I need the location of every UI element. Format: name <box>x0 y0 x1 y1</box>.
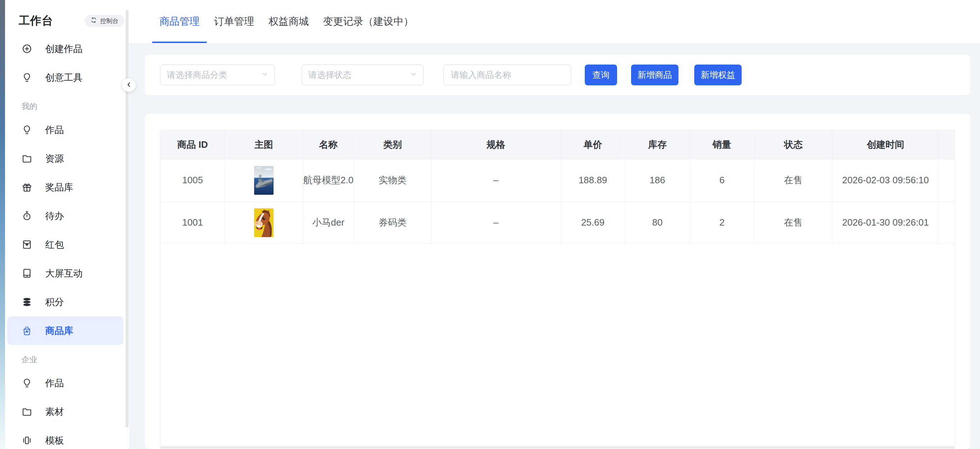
table-header-cell: 商品 ID <box>161 130 225 159</box>
add-benefit-button[interactable]: 新增权益 <box>694 65 741 86</box>
sidebar-item[interactable]: 素材 <box>7 397 124 426</box>
status-select-placeholder: 请选择状态 <box>309 69 410 81</box>
sidebar-item[interactable]: 大屏互动 <box>7 259 124 288</box>
table-row: 1005 航母模型2.0实物类–188.891866在售2026-02-03 0… <box>161 159 955 201</box>
folder-icon <box>22 153 32 164</box>
table-cell-price: 188.89 <box>561 159 625 201</box>
app-root: 工作台 控制台 创建作品创意工具我的作品资源奖品库待办红包大屏互动积分商品库企业… <box>0 0 980 449</box>
product-name-input-wrap <box>443 65 571 86</box>
table-cell-spec: – <box>431 159 561 201</box>
table-cell-status: 在售 <box>754 159 833 201</box>
table-cell-category: 券码类 <box>354 201 431 243</box>
sidebar: 工作台 控制台 创建作品创意工具我的作品资源奖品库待办红包大屏互动积分商品库企业… <box>5 0 129 449</box>
refresh-icon <box>91 17 97 25</box>
sidebar-item[interactable]: 创建作品 <box>7 35 124 63</box>
top-tabs: 商品管理订单管理权益商城变更记录（建设中） <box>129 0 980 43</box>
sidebar-item[interactable]: 积分 <box>7 288 124 316</box>
table-cell-stock: 186 <box>625 159 690 201</box>
status-select[interactable]: 请选择状态 <box>302 65 423 86</box>
table-header-cell: 名称 <box>303 130 354 159</box>
tab[interactable]: 订单管理 <box>207 0 261 43</box>
table-cell-stock: 80 <box>625 201 690 243</box>
console-switch-badge[interactable]: 控制台 <box>85 15 124 27</box>
products-table: 商品 ID主图名称类别规格单价库存销量状态创建时间1005 航母模型2.0实物类… <box>160 130 955 446</box>
table-cell-name: 小马der <box>303 201 354 243</box>
tab[interactable]: 变更记录（建设中） <box>316 0 421 43</box>
table-empty-area <box>161 244 955 446</box>
product-image-cell <box>225 201 303 243</box>
sidebar-item-label: 创建作品 <box>45 43 83 55</box>
table-header-cell: 库存 <box>625 130 690 159</box>
chevron-down-icon <box>410 70 417 79</box>
sidebar-section-label: 我的 <box>5 92 129 116</box>
sidebar-item-label: 资源 <box>45 152 64 165</box>
table-header-cell: 销量 <box>690 130 754 159</box>
sidebar-item-label: 商品库 <box>45 325 73 337</box>
stopwatch-icon <box>22 211 32 221</box>
sidebar-header: 工作台 控制台 <box>5 12 129 29</box>
ship-photo <box>254 166 274 195</box>
sidebar-item-label: 素材 <box>45 406 64 418</box>
sidebar-item-label: 积分 <box>45 296 64 308</box>
table-horizontal-scrollbar[interactable] <box>160 446 955 449</box>
sidebar-item-label: 奖品库 <box>45 181 73 194</box>
table-cell-id: 1005 <box>161 159 225 201</box>
sidebar-nav: 创建作品创意工具我的作品资源奖品库待办红包大屏互动积分商品库企业作品素材模板 <box>5 35 129 449</box>
tablet-icon <box>22 268 32 279</box>
product-image-cell <box>225 159 303 201</box>
table-cell-category: 实物类 <box>354 159 431 201</box>
table-cell-created: 2026-01-30 09:26:01 <box>832 201 939 243</box>
workspace-title: 工作台 <box>19 13 53 29</box>
sidebar-item-label: 作品 <box>45 124 64 136</box>
search-button[interactable]: 查询 <box>585 65 617 86</box>
sidebar-item[interactable]: 作品 <box>7 116 124 144</box>
main-area: 商品管理订单管理权益商城变更记录（建设中） 请选择商品分类 请选择状态 <box>129 0 980 449</box>
table-cell-status: 在售 <box>754 201 833 243</box>
lightbulb-icon <box>22 72 32 83</box>
sidebar-item-label: 待办 <box>45 210 64 222</box>
folder-icon <box>22 406 32 417</box>
background-gradient-strip <box>0 0 5 449</box>
add-product-button[interactable]: 新增商品 <box>631 65 678 86</box>
sidebar-collapse-button[interactable] <box>122 78 136 92</box>
table-cell-empty <box>939 201 955 243</box>
gift-icon <box>22 182 32 193</box>
category-select-placeholder: 请选择商品分类 <box>167 69 261 81</box>
lightbulb-icon <box>22 124 32 135</box>
sidebar-item[interactable]: 红包 <box>7 230 124 259</box>
tab[interactable]: 商品管理 <box>152 0 207 43</box>
table-header-cell <box>939 130 955 159</box>
shop-bag-icon <box>22 325 32 336</box>
sidebar-item[interactable]: 商品库 <box>7 316 124 345</box>
table-row: 1001 小马der券码类–25.69802在售2026-01-30 09:26… <box>161 201 955 244</box>
chevron-left-icon <box>125 81 132 89</box>
table-cell-created: 2026-02-03 09:56:10 <box>832 159 939 201</box>
sidebar-item[interactable]: 模板 <box>7 426 124 449</box>
sidebar-item[interactable]: 奖品库 <box>7 173 124 201</box>
content-area: 请选择商品分类 请选择状态 查询 新增商品 新增权益 <box>129 43 980 449</box>
table-cell-sales: 2 <box>690 201 754 243</box>
table-cell-empty <box>939 159 955 201</box>
red-envelope-icon <box>22 239 32 250</box>
sidebar-item[interactable]: 作品 <box>7 369 124 397</box>
sidebar-item[interactable]: 创意工具 <box>7 63 124 92</box>
table-cell-name: 航母模型2.0 <box>303 159 354 201</box>
coins-icon <box>22 297 32 307</box>
table-header-cell: 单价 <box>561 130 625 159</box>
product-name-input[interactable] <box>450 70 565 80</box>
table-header-row: 商品 ID主图名称类别规格单价库存销量状态创建时间 <box>161 130 955 159</box>
lightbulb-icon <box>22 378 32 389</box>
horse-cartoon <box>254 208 274 237</box>
tab[interactable]: 权益商城 <box>261 0 316 43</box>
filter-card: 请选择商品分类 请选择状态 查询 新增商品 新增权益 <box>145 55 970 95</box>
console-badge-label: 控制台 <box>100 17 118 25</box>
table-header-cell: 规格 <box>431 130 561 159</box>
template-icon <box>22 435 32 446</box>
category-select[interactable]: 请选择商品分类 <box>160 65 275 86</box>
sidebar-scrollbar[interactable] <box>126 10 129 427</box>
plus-circle-icon <box>22 43 32 54</box>
sidebar-item[interactable]: 资源 <box>7 144 124 173</box>
table-header-cell: 主图 <box>225 130 303 159</box>
table-header-cell: 类别 <box>354 130 431 159</box>
sidebar-item[interactable]: 待办 <box>7 201 124 230</box>
